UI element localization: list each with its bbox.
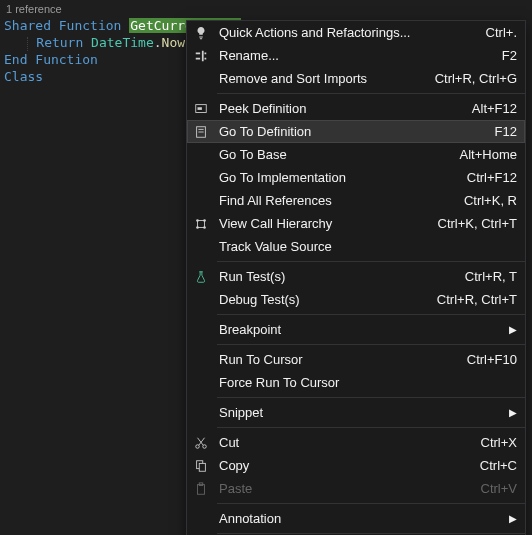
menu-remove-sort-imports[interactable]: Remove and Sort Imports Ctrl+R, Ctrl+G (187, 67, 525, 90)
rename-icon (187, 49, 215, 63)
chevron-right-icon: ▶ (507, 324, 517, 335)
menu-quick-actions[interactable]: Quick Actions and Refactorings... Ctrl+. (187, 21, 525, 44)
menu-separator (217, 397, 525, 398)
menu-separator (217, 533, 525, 534)
menu-peek-definition[interactable]: Peek Definition Alt+F12 (187, 97, 525, 120)
menu-cut[interactable]: Cut Ctrl+X (187, 431, 525, 454)
flask-icon (187, 270, 215, 284)
menu-paste: Paste Ctrl+V (187, 477, 525, 500)
menu-go-to-base[interactable]: Go To Base Alt+Home (187, 143, 525, 166)
svg-rect-12 (199, 463, 205, 471)
menu-annotation[interactable]: Annotation ▶ (187, 507, 525, 530)
menu-go-to-implementation[interactable]: Go To Implementation Ctrl+F12 (187, 166, 525, 189)
menu-run-tests[interactable]: Run Test(s) Ctrl+R, T (187, 265, 525, 288)
copy-icon (187, 459, 215, 473)
menu-run-to-cursor[interactable]: Run To Cursor Ctrl+F10 (187, 348, 525, 371)
svg-point-9 (196, 444, 200, 448)
menu-separator (217, 503, 525, 504)
hierarchy-icon (187, 217, 215, 231)
svg-rect-13 (198, 484, 205, 494)
chevron-right-icon: ▶ (507, 407, 517, 418)
lightbulb-icon (187, 26, 215, 40)
peek-icon (187, 102, 215, 116)
menu-separator (217, 427, 525, 428)
scissors-icon (187, 436, 215, 450)
menu-view-call-hierarchy[interactable]: View Call Hierarchy Ctrl+K, Ctrl+T (187, 212, 525, 235)
menu-separator (217, 314, 525, 315)
menu-copy[interactable]: Copy Ctrl+C (187, 454, 525, 477)
menu-track-value-source[interactable]: Track Value Source (187, 235, 525, 258)
chevron-right-icon: ▶ (507, 513, 517, 524)
codelens-reference[interactable]: 1 reference (4, 2, 528, 17)
menu-separator (217, 261, 525, 262)
svg-point-10 (203, 444, 207, 448)
definition-icon (187, 125, 215, 139)
context-menu: Quick Actions and Refactorings... Ctrl+.… (186, 20, 526, 535)
menu-separator (217, 93, 525, 94)
menu-find-all-references[interactable]: Find All References Ctrl+K, R (187, 189, 525, 212)
paste-icon (187, 482, 215, 496)
menu-debug-tests[interactable]: Debug Test(s) Ctrl+R, Ctrl+T (187, 288, 525, 311)
svg-rect-1 (198, 107, 202, 110)
menu-separator (217, 344, 525, 345)
menu-snippet[interactable]: Snippet ▶ (187, 401, 525, 424)
menu-go-to-definition[interactable]: Go To Definition F12 (187, 120, 525, 143)
menu-breakpoint[interactable]: Breakpoint ▶ (187, 318, 525, 341)
menu-force-run-to-cursor[interactable]: Force Run To Cursor (187, 371, 525, 394)
menu-rename[interactable]: Rename... F2 (187, 44, 525, 67)
